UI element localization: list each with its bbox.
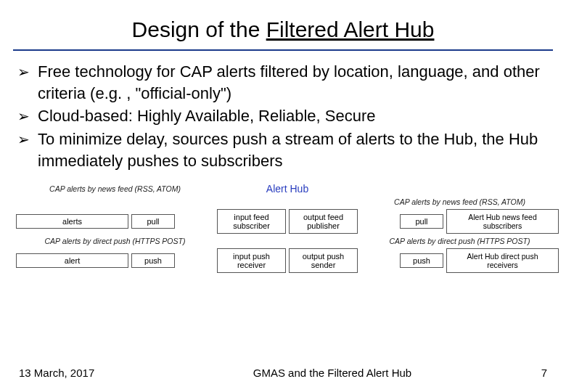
alerts-box: alerts [16, 214, 128, 229]
arrow-icon: ➢ [17, 105, 38, 127]
title-prefix: Design of the [132, 17, 266, 41]
right-push-box: push [400, 253, 443, 268]
list-item: ➢ To minimize delay, sources push a stre… [17, 128, 544, 171]
bullet-text: Free technology for CAP alerts filtered … [38, 61, 544, 104]
title-divider [13, 49, 553, 51]
footer-date: 13 March, 2017 [19, 367, 94, 379]
footer-title: GMAS and the Filtered Alert Hub [94, 367, 541, 379]
hub-title: Alert Hub [217, 183, 358, 195]
arrow-icon: ➢ [17, 128, 38, 171]
bullet-text: Cloud-based: Highly Available, Reliable,… [38, 105, 544, 127]
direct-push-receivers-box: Alert Hub direct push receivers [446, 248, 559, 273]
architecture-diagram: CAP alerts by news feed (RSS, ATOM) Aler… [16, 183, 550, 273]
right-feed-label: CAP alerts by news feed (RSS, ATOM) [361, 197, 559, 206]
slide-title: Design of the Filtered Alert Hub [0, 0, 566, 46]
title-link-text: Filtered Alert Hub [266, 17, 435, 41]
left-push-box: push [131, 253, 175, 268]
list-item: ➢ Cloud-based: Highly Available, Reliabl… [17, 105, 544, 127]
input-push-receiver-box: input push receiver [217, 248, 286, 273]
alert-box: alert [16, 253, 128, 268]
output-push-sender-box: output push sender [289, 248, 358, 273]
bullet-list: ➢ Free technology for CAP alerts filtere… [0, 61, 566, 171]
input-feed-subscriber-box: input feed subscriber [217, 209, 286, 234]
arrow-icon: ➢ [17, 61, 38, 104]
page-number: 7 [541, 367, 547, 379]
slide-footer: 13 March, 2017 GMAS and the Filtered Ale… [0, 367, 566, 379]
right-pull-box: pull [400, 214, 443, 229]
list-item: ➢ Free technology for CAP alerts filtere… [17, 61, 544, 104]
left-feed-label: CAP alerts by news feed (RSS, ATOM) [16, 184, 214, 193]
left-push-label: CAP alerts by direct push (HTTPS POST) [16, 237, 214, 245]
right-push-label: CAP alerts by direct push (HTTPS POST) [361, 237, 559, 245]
output-feed-publisher-box: output feed publisher [289, 209, 358, 234]
bullet-text: To minimize delay, sources push a stream… [38, 128, 544, 171]
news-feed-subscribers-box: Alert Hub news feed subscribers [446, 209, 559, 234]
pull-box: pull [131, 214, 175, 229]
